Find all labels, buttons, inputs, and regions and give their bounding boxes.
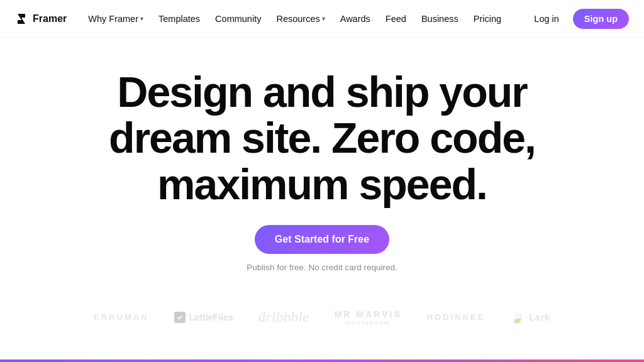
nav-feed[interactable]: Feed	[379, 10, 413, 28]
logo-erhuman: ERHUMAN	[94, 312, 148, 322]
framer-logo-icon	[15, 13, 28, 25]
nav-templates[interactable]: Templates	[152, 10, 206, 28]
signup-button[interactable]: Sign up	[573, 9, 629, 29]
chevron-down-icon: ▾	[140, 15, 143, 22]
navbar: Framer Why Framer ▾ Templates Community …	[0, 0, 644, 38]
bottom-gradient-bar	[0, 359, 644, 362]
logo[interactable]: Framer	[15, 13, 67, 25]
nav-resources[interactable]: Resources ▾	[270, 10, 331, 28]
hero-section: Design and ship your dream site. Zero co…	[0, 38, 644, 291]
brand-name: Framer	[33, 13, 67, 25]
login-button[interactable]: Log in	[525, 10, 568, 28]
logo-dribbble: dribbble	[258, 309, 309, 326]
nav-awards[interactable]: Awards	[334, 10, 377, 28]
lottiefiles-icon	[174, 312, 186, 323]
nav-community[interactable]: Community	[209, 10, 267, 28]
get-started-button[interactable]: Get Started for Free	[255, 225, 389, 254]
logo-hodinkee: HODINKEE	[427, 312, 486, 322]
nav-why-framer[interactable]: Why Framer ▾	[82, 10, 150, 28]
logo-lark: 🍃 Lark	[510, 310, 550, 324]
nav-business[interactable]: Business	[415, 10, 465, 28]
nav-pricing[interactable]: Pricing	[467, 10, 508, 28]
logo-lottiefiles: LottieFiles	[174, 312, 233, 323]
nav-actions: Log in Sign up	[525, 9, 629, 29]
logo-mrmarvis: MR MARVIS AMSTERDAM	[335, 309, 402, 326]
hero-title: Design and ship your dream site. Zero co…	[86, 69, 558, 207]
chevron-down-icon: ▾	[322, 15, 325, 22]
lark-leaf-icon: 🍃	[510, 310, 525, 324]
hero-subtext: Publish for free. No credit card require…	[247, 263, 397, 272]
nav-links: Why Framer ▾ Templates Community Resourc…	[82, 10, 525, 28]
logos-section: ERHUMAN LottieFiles dribbble MR MARVIS A…	[0, 297, 644, 337]
